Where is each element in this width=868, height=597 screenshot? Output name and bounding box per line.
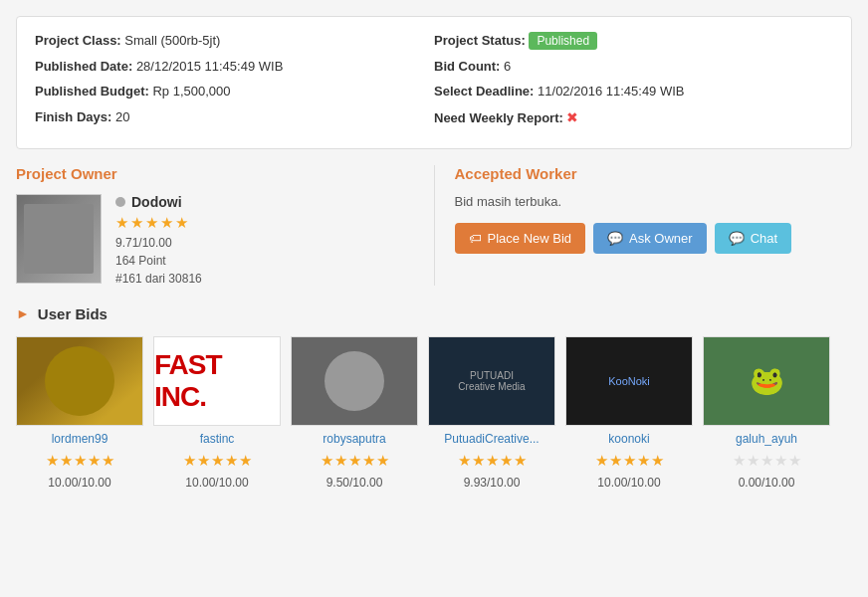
bid-stars: ★★★★★ xyxy=(321,452,389,470)
bid-score: 10.00/10.00 xyxy=(185,476,248,490)
owner-card: Dodowi ★ ★ ★ ★ ★ 9.71/10.00 164 Point #1… xyxy=(16,194,414,286)
published-budget: Published Budget: Rp 1,500,000 xyxy=(35,82,434,101)
accepted-worker-section: Accepted Worker Bid masih terbuka. 🏷 Pla… xyxy=(434,165,853,286)
bid-open-text: Bid masih terbuka. xyxy=(455,194,853,209)
bid-stars: ★★★★★ xyxy=(458,452,527,470)
status-badge: Published xyxy=(529,32,597,50)
star-2: ★ xyxy=(130,214,143,232)
owner-stars: ★ ★ ★ ★ ★ xyxy=(115,214,202,232)
bid-star-5: ★ xyxy=(788,452,801,470)
bid-star-4: ★ xyxy=(88,452,101,470)
bid-avatar xyxy=(16,336,143,426)
bid-score: 10.00/10.00 xyxy=(48,476,110,490)
owner-worker-section: Project Owner Dodowi ★ ★ ★ ★ ★ xyxy=(16,165,852,286)
bid-card: 🐸 galuh_ayuh ★★★★★ 0.00/10.00 xyxy=(703,336,830,490)
project-info-box: Project Class: Small (500rb-5jt) Publish… xyxy=(16,16,852,149)
user-bids-title: User Bids xyxy=(38,305,108,322)
bid-star-1: ★ xyxy=(733,452,746,470)
finish-days: Finish Days: 20 xyxy=(35,107,434,127)
project-owner-heading: Project Owner xyxy=(16,165,414,182)
bid-star-4: ★ xyxy=(774,452,787,470)
published-date: Published Date: 28/12/2015 11:45:49 WIB xyxy=(35,57,434,77)
bid-count: Bid Count: 6 xyxy=(434,57,833,77)
bid-star-3: ★ xyxy=(486,452,499,470)
project-status: Project Status: Published xyxy=(434,31,833,51)
online-indicator xyxy=(115,197,125,207)
owner-rank: #161 dari 30816 xyxy=(115,272,202,286)
bid-avatar: FAST INC. xyxy=(153,336,281,426)
bid-stars: ★★★★★ xyxy=(595,452,664,470)
star-3: ★ xyxy=(145,214,158,232)
bid-username[interactable]: fastinc xyxy=(200,432,235,446)
bid-star-2: ★ xyxy=(60,452,73,470)
need-weekly-report: Need Weekly Report: ✖ xyxy=(434,107,833,128)
bid-star-4: ★ xyxy=(637,452,650,470)
bid-star-3: ★ xyxy=(623,452,636,470)
chat-icon: 💬 xyxy=(729,231,745,246)
bid-actions: 🏷 Place New Bid 💬 Ask Owner 💬 Chat xyxy=(455,223,853,254)
project-class: Project Class: Small (500rb-5jt) xyxy=(35,31,434,51)
star-1: ★ xyxy=(115,214,128,232)
bid-avatar: PUTUADICreative Media xyxy=(428,336,555,426)
bid-card: lordmen99 ★★★★★ 10.00/10.00 xyxy=(16,336,143,490)
bids-list: lordmen99 ★★★★★ 10.00/10.00 FAST INC. fa… xyxy=(16,336,852,490)
bid-icon: 🏷 xyxy=(469,231,482,246)
bid-score: 9.93/10.00 xyxy=(464,476,521,490)
place-new-bid-button[interactable]: 🏷 Place New Bid xyxy=(455,223,586,254)
bid-star-3: ★ xyxy=(348,452,361,470)
bid-stars: ★★★★★ xyxy=(46,452,114,470)
bid-star-1: ★ xyxy=(321,452,333,470)
bid-stars: ★★★★★ xyxy=(183,452,252,470)
owner-name: Dodowi xyxy=(131,194,182,210)
owner-name-row: Dodowi xyxy=(115,194,202,210)
bid-username[interactable]: PutuadiCreative... xyxy=(444,432,539,446)
bid-star-3: ★ xyxy=(211,452,224,470)
owner-info: Dodowi ★ ★ ★ ★ ★ 9.71/10.00 164 Point #1… xyxy=(115,194,202,286)
bid-stars: ★★★★★ xyxy=(733,452,801,470)
bid-score: 10.00/10.00 xyxy=(597,476,660,490)
bid-score: 9.50/10.00 xyxy=(326,476,383,490)
ask-owner-button[interactable]: 💬 Ask Owner xyxy=(593,223,707,254)
bid-username[interactable]: koonoki xyxy=(608,432,649,446)
accepted-worker-heading: Accepted Worker xyxy=(455,165,853,182)
bid-star-2: ★ xyxy=(609,452,622,470)
bid-card: KooNoki koonoki ★★★★★ 10.00/10.00 xyxy=(565,336,693,490)
bid-star-4: ★ xyxy=(500,452,513,470)
chat-button[interactable]: 💬 Chat xyxy=(715,223,791,254)
owner-avatar xyxy=(16,194,102,284)
bid-avatar xyxy=(291,336,418,426)
bid-star-5: ★ xyxy=(102,452,114,470)
bid-star-1: ★ xyxy=(595,452,608,470)
bid-star-2: ★ xyxy=(197,452,210,470)
bid-star-3: ★ xyxy=(74,452,87,470)
bid-username[interactable]: lordmen99 xyxy=(52,432,108,446)
ask-icon: 💬 xyxy=(607,231,623,246)
bid-star-1: ★ xyxy=(183,452,196,470)
user-bids-section: ► User Bids lordmen99 ★★★★★ 10.00/10.00 … xyxy=(16,305,852,490)
bid-avatar: KooNoki xyxy=(565,336,693,426)
bid-star-2: ★ xyxy=(747,452,760,470)
bid-avatar: 🐸 xyxy=(703,336,830,426)
project-owner-section: Project Owner Dodowi ★ ★ ★ ★ ★ xyxy=(16,165,434,286)
bid-card: PUTUADICreative Media PutuadiCreative...… xyxy=(428,336,555,490)
owner-points: 164 Point xyxy=(115,254,202,268)
user-bids-heading: ► User Bids xyxy=(16,305,852,322)
chevron-right-icon: ► xyxy=(16,305,30,321)
bid-star-2: ★ xyxy=(334,452,347,470)
bid-username[interactable]: robysaputra xyxy=(323,432,385,446)
bid-star-5: ★ xyxy=(239,452,252,470)
bid-star-3: ★ xyxy=(760,452,773,470)
owner-rating: 9.71/10.00 xyxy=(115,236,202,250)
bid-score: 0.00/10.00 xyxy=(739,476,795,490)
bid-username[interactable]: galuh_ayuh xyxy=(736,432,797,446)
bid-star-5: ★ xyxy=(651,452,664,470)
star-4: ★ xyxy=(160,214,173,232)
star-5: ★ xyxy=(175,214,188,232)
bid-star-4: ★ xyxy=(362,452,375,470)
bid-card: robysaputra ★★★★★ 9.50/10.00 xyxy=(291,336,418,490)
select-deadline: Select Deadline: 11/02/2016 11:45:49 WIB xyxy=(434,82,833,101)
bid-card: FAST INC. fastinc ★★★★★ 10.00/10.00 xyxy=(153,336,281,490)
bid-star-4: ★ xyxy=(225,452,238,470)
bid-star-1: ★ xyxy=(46,452,59,470)
bid-star-5: ★ xyxy=(514,452,527,470)
